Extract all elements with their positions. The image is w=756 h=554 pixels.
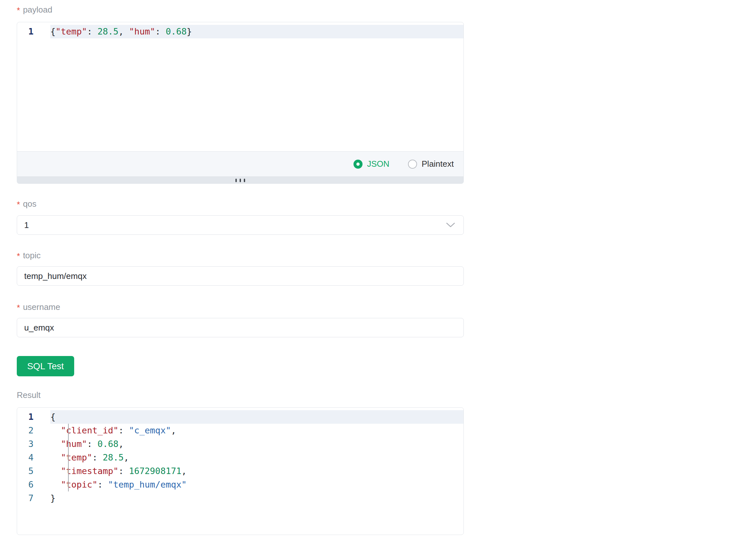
qos-select[interactable]: 1 xyxy=(17,215,464,235)
username-label-text: username xyxy=(23,302,60,312)
result-label: Result xyxy=(17,390,464,400)
code-line: 7} xyxy=(17,491,464,505)
payload-label-text: payload xyxy=(23,4,52,15)
line-number: 1 xyxy=(17,25,50,38)
code-line-content: "hum": 0.68, xyxy=(50,437,464,451)
editor-resize-handle[interactable] xyxy=(17,177,464,184)
line-number: 6 xyxy=(17,478,50,491)
code-line-content: } xyxy=(50,491,464,505)
code-line-content: "temp": 28.5, xyxy=(50,451,464,464)
line-number: 2 xyxy=(17,424,50,437)
code-line-content[interactable]: {"temp": 28.5, "hum": 0.68} xyxy=(50,25,464,38)
result-code-viewer: 1{2 "client_id": "c_emqx",3 "hum": 0.68,… xyxy=(17,407,464,535)
code-line: 3 "hum": 0.68, xyxy=(17,437,464,451)
line-number: 1 xyxy=(17,410,50,424)
qos-label: * qos xyxy=(17,199,464,209)
code-line: 2 "client_id": "c_emqx", xyxy=(17,424,464,437)
topic-input[interactable] xyxy=(17,266,464,286)
radio-selected-icon xyxy=(354,160,363,169)
code-line-content: "timestamp": 1672908171, xyxy=(50,464,464,478)
topic-label-text: topic xyxy=(23,250,41,261)
payload-editor: 1{"temp": 28.5, "hum": 0.68} JSON Plaint… xyxy=(17,22,464,177)
format-json-radio[interactable]: JSON xyxy=(354,159,389,169)
code-line: 6 "topic": "temp_hum/emqx" xyxy=(17,478,464,491)
code-line-content: "client_id": "c_emqx", xyxy=(50,424,464,437)
code-line: 1{ xyxy=(17,410,464,424)
payload-label: * payload xyxy=(17,4,464,15)
code-line: 5 "timestamp": 1672908171, xyxy=(17,464,464,478)
sql-test-button[interactable]: SQL Test xyxy=(17,356,74,376)
code-line: 4 "temp": 28.5, xyxy=(17,451,464,464)
format-plaintext-label: Plaintext xyxy=(422,159,454,169)
required-asterisk: * xyxy=(17,5,20,15)
line-number: 5 xyxy=(17,464,50,478)
result-viewer: 1{2 "client_id": "c_emqx",3 "hum": 0.68,… xyxy=(17,407,464,535)
line-number: 3 xyxy=(17,437,50,451)
chevron-down-icon xyxy=(446,222,455,228)
topic-label: * topic xyxy=(17,250,464,261)
payload-code-editor[interactable]: 1{"temp": 28.5, "hum": 0.68} xyxy=(17,22,464,151)
drag-handle-dot-icon xyxy=(244,179,245,182)
qos-label-text: qos xyxy=(23,199,37,209)
line-number: 7 xyxy=(17,491,50,505)
indent-guide xyxy=(68,424,69,491)
required-asterisk: * xyxy=(17,251,20,261)
line-number: 4 xyxy=(17,451,50,464)
sql-test-form: * payload 1{"temp": 28.5, "hum": 0.68} J… xyxy=(17,0,464,535)
format-plaintext-radio[interactable]: Plaintext xyxy=(408,159,454,169)
code-line-content: { xyxy=(50,410,464,424)
code-line-content: "topic": "temp_hum/emqx" xyxy=(50,478,464,491)
required-asterisk: * xyxy=(17,302,20,313)
username-input[interactable] xyxy=(17,318,464,337)
qos-selected-value: 1 xyxy=(24,220,29,230)
format-json-label: JSON xyxy=(367,159,389,169)
radio-unselected-icon xyxy=(408,160,417,169)
required-asterisk: * xyxy=(17,199,20,210)
drag-handle-dot-icon xyxy=(235,179,237,182)
code-line[interactable]: 1{"temp": 28.5, "hum": 0.68} xyxy=(17,25,464,38)
payload-format-bar: JSON Plaintext xyxy=(17,151,464,176)
drag-handle-dot-icon xyxy=(239,179,241,182)
username-label: * username xyxy=(17,302,464,312)
